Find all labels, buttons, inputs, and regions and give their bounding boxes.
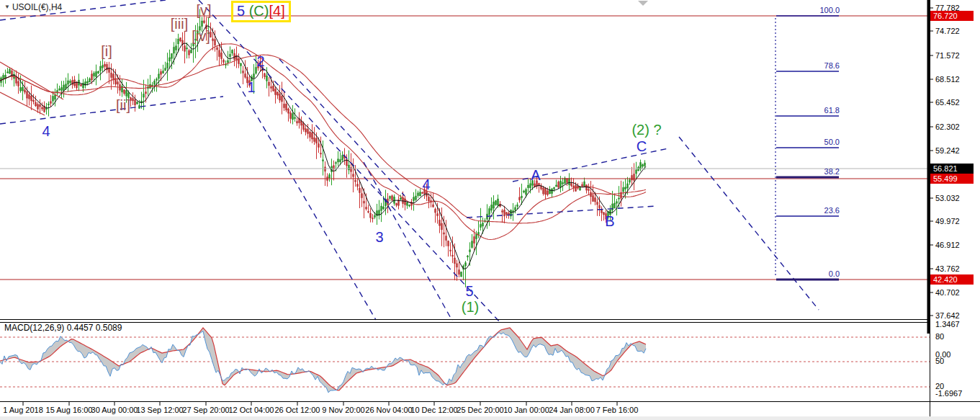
price-tick-label: 65.452 <box>935 98 960 107</box>
wave-count-highlight-box: 5 (C)[4] <box>231 1 291 22</box>
elliott-wave-label: 1 <box>247 79 255 96</box>
elliott-wave-label: 2 <box>256 53 264 70</box>
symbol-text: USOIL(€),H4 <box>12 2 62 12</box>
elliott-wave-label: [v] <box>196 2 211 19</box>
time-tick-label: 15 Aug 16:00 <box>46 406 93 414</box>
elliott-wave-label: 4 <box>42 123 50 140</box>
time-tick-label: 1 Aug 2018 <box>3 406 43 414</box>
fib-level-label: 78.6 <box>824 61 840 70</box>
time-tick-label: 9 Nov 20:00 <box>322 406 364 414</box>
elliott-wave-label: 5 <box>465 283 473 300</box>
elliott-wave-label: (2) ? <box>631 122 661 138</box>
macd-scale-label: -1.6967 <box>935 389 962 398</box>
time-tick-label: 26 Oct 12:00 <box>275 406 320 414</box>
elliott-wave-label: C <box>637 138 647 155</box>
time-tick-label: 30 Aug 00:00 <box>91 406 138 414</box>
time-tick-label: 10 Dec 12:00 <box>410 406 457 414</box>
fib-level-label: 61.8 <box>824 106 840 115</box>
macd-indicator-header: MACD(12,26,9) 0.4457 0.5089 <box>4 323 122 333</box>
price-tick-label: 62.302 <box>935 122 960 132</box>
price-tick-label: 53.032 <box>935 194 960 203</box>
time-tick-label: 12 Oct 04:00 <box>229 406 274 414</box>
elliott-wave-label: 3 <box>375 229 383 246</box>
bottom-status-strip <box>0 416 980 420</box>
price-line-tag: 42.420 <box>930 274 974 285</box>
elliott-wave-label: (1) <box>462 299 479 316</box>
time-tick-label: 13 Sep 12:00 <box>136 406 183 414</box>
elliott-wave-label: [i] <box>101 43 112 60</box>
symbol-timeframe-label[interactable]: ▼USOIL(€),H4 <box>4 2 62 12</box>
price-tick-label: 49.972 <box>935 217 960 226</box>
macd-scale-label: 1.3467 <box>935 320 960 329</box>
elliott-wave-label: [ii] <box>116 97 130 114</box>
macd-level-label: 80 <box>935 332 944 341</box>
price-tick-label: 74.722 <box>935 27 960 36</box>
current-price-tag: 56.821 <box>930 164 974 174</box>
price-tick-label: 40.702 <box>935 288 960 298</box>
price-tick-label: 43.762 <box>935 264 960 274</box>
trading-platform-chart-window: ▼USOIL(€),H4 5 (C)[4] MACD(12,26,9) 0.44… <box>0 0 980 420</box>
fib-level-label: 0.0 <box>829 269 840 278</box>
time-tick-label: 25 Dec 20:00 <box>457 406 503 414</box>
time-tick-label: 10 Jan 00:00 <box>503 406 549 414</box>
time-tick-label: 7 Feb 16:00 <box>596 406 639 414</box>
elliott-wave-label: A <box>531 167 540 184</box>
price-tick-label: 71.572 <box>935 51 960 61</box>
wave-label-4: [4] <box>269 3 284 19</box>
price-line-tag: 76.720 <box>930 11 974 21</box>
price-tick-label: 46.912 <box>935 241 960 250</box>
time-tick-label: 27 Sep 20:00 <box>182 406 229 414</box>
elliott-wave-label: [iii] <box>171 16 188 32</box>
time-tick-label: 24 Jan 08:00 <box>549 406 595 414</box>
elliott-wave-label: 4 <box>422 177 430 193</box>
price-line-tag: 55.499 <box>930 174 974 184</box>
chart-dropdown-arrow-icon[interactable]: ▼ <box>4 4 10 10</box>
fib-level-label: 50.0 <box>824 138 840 146</box>
fib-level-label: 38.2 <box>824 167 840 176</box>
wave-label-5: 5 <box>237 3 245 19</box>
fib-level-label: 23.6 <box>824 206 840 215</box>
time-tick-label: 26 Nov 04:00 <box>365 406 412 414</box>
elliott-wave-label: [iv] <box>192 28 210 45</box>
elliott-wave-label: B <box>605 213 614 230</box>
price-tick-label: 68.512 <box>935 75 960 84</box>
wave-label-C: (C) <box>249 3 269 19</box>
price-tick-label: 59.242 <box>935 146 960 156</box>
fib-level-label: 100.0 <box>819 6 840 14</box>
macd-scale-label: 0,00 <box>935 350 950 359</box>
